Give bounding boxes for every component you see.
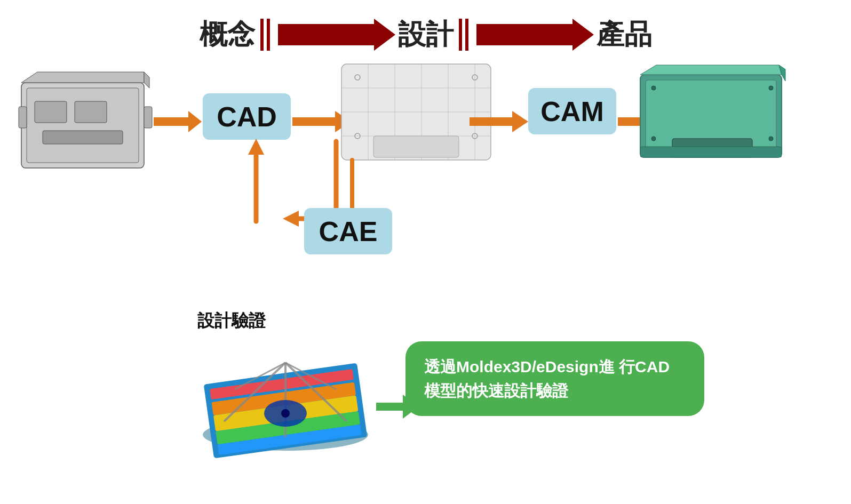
svg-point-35: [769, 86, 773, 90]
design-validation-label: 設計驗證: [197, 309, 266, 333]
svg-rect-7: [19, 107, 27, 128]
svg-point-36: [651, 137, 656, 141]
top-flow-bar: 概念 設計 產品: [0, 16, 851, 53]
cae-label: CAE: [319, 215, 378, 247]
svg-rect-4: [35, 101, 67, 123]
svg-point-59: [281, 409, 290, 418]
bar-line-1: [260, 19, 264, 51]
bar-line-2: [267, 19, 270, 51]
cam-label: CAM: [540, 95, 603, 127]
bubble-text: 透過Moldex3D/eDesign進 行CAD模型的快速設計驗證: [424, 358, 670, 399]
concept-model: [16, 69, 155, 176]
big-arrow-1: [278, 19, 395, 51]
arrow-center-to-cam: [470, 111, 528, 132]
big-arrow-2: [476, 19, 594, 51]
double-bar-1: [260, 19, 270, 51]
concept-label: 概念: [200, 16, 255, 53]
bar-line-4: [465, 19, 468, 51]
svg-rect-38: [640, 147, 782, 157]
svg-marker-32: [640, 65, 782, 75]
cae-box: CAE: [304, 208, 392, 254]
svg-rect-5: [75, 101, 107, 123]
svg-rect-3: [27, 88, 139, 163]
product-model: [635, 64, 790, 171]
cam-box: CAM: [528, 88, 616, 134]
analysis-model: [192, 341, 379, 469]
design-label: 設計: [398, 16, 454, 53]
green-callout-bubble: 透過Moldex3D/eDesign進 行CAD模型的快速設計驗證: [405, 341, 704, 416]
svg-marker-10: [144, 72, 149, 88]
double-bar-2: [459, 19, 468, 51]
svg-marker-1: [476, 19, 594, 51]
svg-rect-6: [43, 131, 123, 144]
svg-marker-9: [21, 72, 144, 83]
svg-marker-0: [278, 19, 395, 51]
svg-point-37: [769, 137, 773, 141]
svg-marker-11: [154, 111, 202, 132]
svg-rect-8: [144, 107, 152, 128]
svg-marker-27: [470, 111, 528, 132]
cad-box: CAD: [203, 93, 291, 140]
svg-marker-45: [248, 139, 264, 155]
product-label: 產品: [597, 16, 652, 53]
svg-marker-43: [283, 211, 299, 227]
cad-label: CAD: [217, 101, 277, 133]
bar-line-3: [459, 19, 462, 51]
svg-point-34: [651, 86, 656, 90]
arrow-concept-to-cad: [154, 111, 202, 132]
